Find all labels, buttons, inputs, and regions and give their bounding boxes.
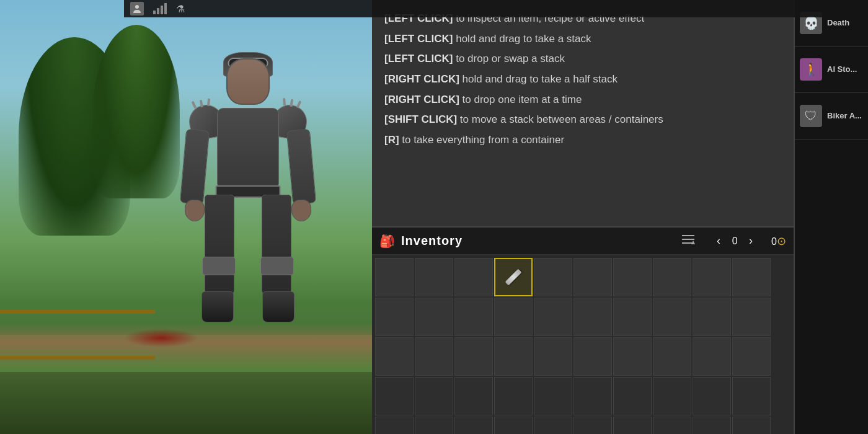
grid-cell-1-0[interactable] (375, 298, 414, 336)
flask-icon[interactable]: ⚗ (176, 3, 185, 15)
grid-cell-1-5[interactable] (574, 298, 612, 336)
grid-cell-0-2[interactable] (454, 258, 493, 296)
grid-cell-0-7[interactable] (653, 258, 691, 296)
char-arm-left (180, 129, 210, 205)
grid-cell-1-6[interactable] (613, 298, 652, 336)
grid-row-1 (374, 297, 791, 337)
char-hand-left (185, 200, 205, 221)
grid-cell-4-5[interactable] (574, 417, 612, 434)
char-leg-right (262, 195, 291, 294)
inventory-grid (372, 255, 794, 434)
grid-cell-1-3[interactable] (494, 298, 533, 336)
nav-prev-button[interactable]: ‹ (714, 233, 724, 249)
grid-cell-1-9[interactable] (732, 298, 771, 336)
char-knee-right (260, 257, 294, 275)
grid-cell-2-6[interactable] (613, 337, 652, 376)
grid-cell-1-4[interactable] (534, 298, 572, 336)
grid-cell-4-3[interactable] (494, 417, 533, 434)
grid-cell-4-9[interactable] (732, 417, 771, 434)
grid-cell-2-2[interactable] (454, 337, 493, 376)
grid-cell-4-7[interactable] (653, 417, 691, 434)
grid-cell-0-6[interactable] (613, 258, 652, 296)
main-panel: [LEFT CLICK] to inspect an item, recipe … (372, 0, 794, 434)
grid-cell-3-0[interactable] (375, 377, 414, 415)
top-bar: ⚗ (124, 0, 868, 17)
key-2: [LEFT CLICK] (384, 33, 453, 45)
grid-cell-2-3[interactable] (494, 337, 533, 376)
grid-cell-1-1[interactable] (415, 298, 453, 336)
grid-cell-0-0[interactable] (375, 258, 414, 296)
grid-cell-3-3[interactable] (494, 377, 533, 415)
bag-icon: 🎒 (379, 234, 395, 249)
grid-cell-0-3[interactable] (494, 258, 533, 296)
inventory-coins: 0⊙ (771, 234, 786, 248)
char-boot-left (202, 291, 234, 322)
grid-cell-4-8[interactable] (693, 417, 731, 434)
grid-cell-2-7[interactable] (653, 337, 691, 376)
grid-cell-1-7[interactable] (653, 298, 691, 336)
grid-cell-3-9[interactable] (732, 377, 771, 415)
instruction-6: [SHIFT CLICK] to move a stack between ar… (384, 112, 778, 128)
grid-cell-2-4[interactable] (534, 337, 572, 376)
grid-row-3 (374, 376, 791, 416)
key-4: [RIGHT CLICK] (384, 73, 459, 85)
char-head (226, 58, 270, 105)
key-6: [SHIFT CLICK] (384, 113, 457, 125)
grid-cell-2-8[interactable] (693, 337, 731, 376)
grid-cell-0-4[interactable] (534, 258, 572, 296)
key-5: [RIGHT CLICK] (384, 94, 459, 105)
instruction-5: [RIGHT CLICK] to drop one item at a time (384, 92, 778, 108)
sort-icon[interactable] (681, 233, 695, 249)
char-leg-left (205, 195, 234, 294)
grid-cell-4-2[interactable] (454, 417, 493, 434)
char-torso (217, 108, 279, 188)
grid-row-2 (374, 337, 791, 376)
character-figure (124, 17, 372, 434)
ai-storage-label: Al Sto... (827, 64, 857, 74)
stats-icon[interactable] (153, 3, 167, 14)
grid-cell-3-5[interactable] (574, 377, 612, 415)
grid-cell-2-5[interactable] (574, 337, 612, 376)
grid-cell-3-1[interactable] (415, 377, 453, 415)
character-body (180, 58, 316, 405)
grid-cell-3-2[interactable] (454, 377, 493, 415)
inventory-nav: ‹ 0 › (714, 233, 756, 249)
grid-cell-4-1[interactable] (415, 417, 453, 434)
death-label: Death (827, 18, 849, 28)
char-arm-right (286, 129, 316, 205)
instruction-2: [LEFT CLICK] hold and drag to take a sta… (384, 32, 778, 47)
grid-cell-4-6[interactable] (613, 417, 652, 434)
sidebar-item-ai-storage[interactable]: 🚶 Al Sto... (795, 46, 868, 93)
grid-cell-0-8[interactable] (693, 258, 731, 296)
inventory-title: Inventory (401, 234, 675, 248)
character-icon[interactable] (130, 2, 144, 16)
biker-armor-label: Biker A... (827, 111, 862, 121)
char-boot-right (262, 291, 294, 322)
grid-cell-2-0[interactable] (375, 337, 414, 376)
grid-cell-3-6[interactable] (613, 377, 652, 415)
grid-row-4 (374, 416, 791, 434)
coin-icon: ⊙ (777, 235, 786, 247)
grid-cell-1-2[interactable] (454, 298, 493, 336)
grid-row-0 (374, 257, 791, 297)
nail-item (505, 269, 522, 286)
instruction-4: [RIGHT CLICK] hold and drag to take a ha… (384, 72, 778, 87)
grid-cell-4-0[interactable] (375, 417, 414, 434)
grid-cell-1-8[interactable] (693, 298, 731, 336)
grid-cell-2-1[interactable] (415, 337, 453, 376)
grid-cell-0-9[interactable] (732, 258, 771, 296)
key-7: [R] (384, 134, 399, 146)
grid-cell-3-4[interactable] (534, 377, 572, 415)
svg-point-0 (135, 5, 139, 9)
right-sidebar: 💀 Death 🚶 Al Sto... 🛡 Biker A... (794, 0, 868, 434)
grid-cell-4-4[interactable] (534, 417, 572, 434)
inventory-count: 0 (728, 236, 741, 247)
sidebar-item-biker-armor[interactable]: 🛡 Biker A... (795, 93, 868, 140)
nav-next-button[interactable]: › (746, 233, 756, 249)
grid-cell-0-1[interactable] (415, 258, 453, 296)
grid-cell-2-9[interactable] (732, 337, 771, 376)
grid-cell-3-8[interactable] (693, 377, 731, 415)
grid-cell-3-7[interactable] (653, 377, 691, 415)
grid-cell-0-5[interactable] (574, 258, 612, 296)
armor-icon: 🛡 (800, 105, 822, 127)
